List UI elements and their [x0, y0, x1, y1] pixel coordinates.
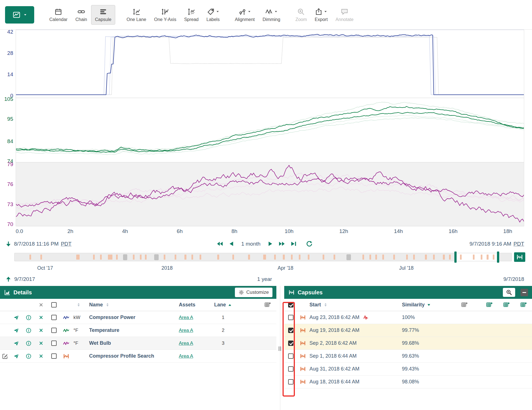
remove-icon[interactable]	[38, 353, 44, 359]
toolbar-item-calendar[interactable]: Calendar	[45, 5, 71, 25]
sort-icon[interactable]	[323, 302, 328, 307]
refresh-button[interactable]	[306, 240, 313, 247]
investigate-timeline	[0, 251, 532, 264]
capsule-row[interactable]: Aug 19, 2018 6:42 AM 99.77%	[284, 324, 532, 337]
add-custom-column-icon[interactable]	[520, 301, 527, 308]
column-header-start[interactable]: Start	[309, 302, 321, 308]
capsule-select-checkbox[interactable]	[288, 366, 293, 372]
info-icon[interactable]	[26, 340, 32, 346]
row-select-checkbox[interactable]	[51, 328, 57, 333]
sort-descending-icon[interactable]	[427, 303, 431, 307]
add-column-icon[interactable]	[264, 301, 271, 308]
info-icon[interactable]	[26, 315, 32, 321]
capsule-start: Sep 1, 2018 6:44 AM	[309, 353, 357, 359]
select-all-checkbox[interactable]	[51, 302, 57, 308]
capsule-select-checkbox[interactable]	[288, 379, 293, 385]
column-header-name[interactable]: Name	[89, 302, 103, 308]
toolbar-item-export[interactable]: Export	[311, 5, 332, 25]
zoom-to-capsule-button[interactable]	[503, 288, 515, 297]
splitter-grip-icon[interactable]	[279, 346, 281, 351]
details-row-compressor-profile-search[interactable]: Compressor Profile Search Area A	[0, 350, 276, 363]
x-axis-tick-label: 12h	[339, 228, 348, 234]
toolbar-item-chain[interactable]: Chain	[71, 5, 91, 25]
add-property-column-icon[interactable]	[503, 301, 510, 308]
details-row-compressor-power[interactable]: kW Compressor Power Area A 1	[0, 311, 276, 324]
timeline-date-label: 2018	[161, 265, 173, 271]
y-axis-tick-label: 70	[7, 221, 13, 227]
asset-link[interactable]: Area A	[179, 328, 193, 333]
info-icon[interactable]	[26, 353, 32, 359]
asset-link[interactable]: Area A	[179, 353, 193, 359]
remove-icon[interactable]	[38, 328, 44, 333]
send-to-icon[interactable]	[13, 340, 19, 346]
toolbar-item-one-y-axis[interactable]: One Y-Axis	[150, 5, 180, 25]
y-axis-tick-label: 14	[7, 71, 13, 78]
details-row-temperature[interactable]: °F Temperature Area A 2	[0, 324, 276, 337]
sort-ascending-icon[interactable]	[228, 303, 232, 307]
step-size-label[interactable]: 1 month	[241, 241, 261, 247]
toolbar-item-alignment[interactable]: Alignment	[231, 5, 259, 25]
collapse-panel-button[interactable]	[521, 289, 528, 296]
timezone-link[interactable]: PDT	[514, 241, 524, 247]
timeline-selection-handle-end[interactable]	[497, 251, 499, 263]
edit-icon[interactable]	[2, 353, 8, 359]
pan-fast-forward-button[interactable]	[278, 240, 285, 247]
column-header-similarity[interactable]: Similarity	[402, 302, 425, 308]
pan-back-button[interactable]	[228, 240, 235, 247]
capsule-select-checkbox[interactable]	[288, 315, 293, 320]
send-to-icon[interactable]	[13, 353, 19, 359]
timeline-track[interactable]	[14, 253, 512, 261]
x-axis[interactable]: 0.02h4h6h8h10h12h14h16h18h	[16, 226, 524, 237]
pan-fast-back-button[interactable]	[216, 240, 223, 247]
row-select-checkbox[interactable]	[51, 315, 57, 320]
capsule-row[interactable]: Sep 2, 2018 6:42 AM 99.68%	[284, 337, 532, 350]
select-all-capsules-checkbox[interactable]	[288, 302, 293, 308]
asset-link[interactable]: Area A	[179, 341, 193, 346]
timeline-selection-handle-start[interactable]	[454, 251, 457, 263]
y-axis-wet-bulb[interactable]: 79767370	[0, 162, 16, 226]
capsule-row[interactable]: Sep 1, 2018 6:44 AM 99.63%	[284, 350, 532, 363]
capsule-row[interactable]: Aug 31, 2018 6:42 AM 99.43%	[284, 363, 532, 376]
pan-forward-button[interactable]	[267, 240, 274, 247]
set-display-start-icon[interactable]	[5, 276, 12, 283]
y-axis-compressor-power[interactable]: 4228140	[0, 30, 16, 98]
remove-icon[interactable]	[38, 315, 44, 320]
toolbar-item-one-lane[interactable]: One Lane	[122, 5, 150, 25]
capsule-select-checkbox[interactable]	[288, 341, 293, 346]
capsule-row[interactable]: Aug 18, 2018 6:44 AM 98.08%	[284, 376, 532, 388]
toolbar-item-labels[interactable]: Labels	[202, 5, 223, 25]
y-axis-temperature[interactable]: 105958474	[0, 98, 16, 162]
details-row-wet-bulb[interactable]: °F Wet Bulb Area A 3	[0, 337, 276, 350]
capsule-select-checkbox[interactable]	[288, 328, 293, 333]
column-header-assets[interactable]: Assets	[174, 302, 210, 308]
toolbar-item-capsule[interactable]: Capsule	[91, 5, 115, 25]
capsule-row[interactable]: Aug 23, 2018 6:42 AM 100%	[284, 311, 532, 324]
timezone-link[interactable]: PDT	[61, 241, 71, 247]
timeline-capsule-button[interactable]	[514, 252, 525, 262]
set-investigate-start-icon[interactable]	[5, 241, 12, 247]
customize-button[interactable]: Customize	[235, 288, 272, 297]
toolbar-item-spread[interactable]: Spread	[180, 5, 203, 25]
send-to-icon[interactable]	[13, 315, 19, 321]
lane-plot-wet-bulb[interactable]	[16, 162, 524, 226]
info-icon[interactable]	[26, 327, 32, 334]
send-to-icon[interactable]	[13, 327, 19, 334]
asset-link[interactable]: Area A	[179, 315, 193, 320]
row-select-checkbox[interactable]	[51, 353, 57, 359]
remove-icon[interactable]	[38, 341, 44, 346]
row-select-checkbox[interactable]	[51, 341, 57, 346]
capsule-select-checkbox[interactable]	[288, 353, 293, 359]
timeline-selection-window[interactable]	[455, 253, 498, 261]
remove-all-icon[interactable]	[38, 302, 44, 308]
add-stats-column-icon[interactable]	[486, 301, 493, 308]
sort-icon[interactable]	[105, 302, 110, 307]
sort-icon[interactable]	[76, 302, 81, 307]
lane-plot-temperature[interactable]	[16, 98, 524, 162]
column-header-lane[interactable]: Lane	[214, 302, 226, 308]
lane-plot-compressor-power[interactable]	[16, 30, 524, 98]
panel-splitter[interactable]	[276, 286, 284, 410]
view-mode-button[interactable]	[5, 6, 34, 24]
add-column-icon[interactable]	[461, 301, 468, 308]
toolbar-item-dimming[interactable]: Dimming	[259, 5, 284, 25]
pan-to-end-button[interactable]	[290, 240, 297, 247]
